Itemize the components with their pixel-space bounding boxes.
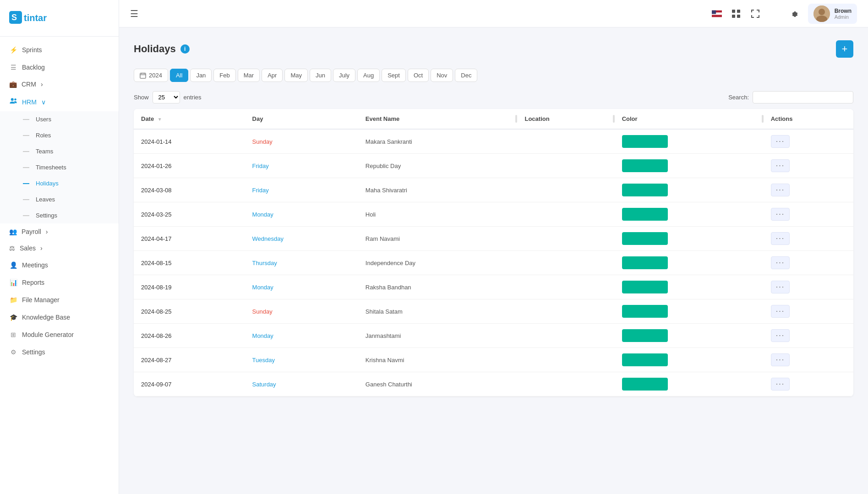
- year-picker[interactable]: 2024: [134, 69, 168, 82]
- table-row: 2024-01-14 Sunday Makara Sankranti ···: [134, 129, 853, 154]
- color-cell: [615, 178, 764, 202]
- sidebar-item-file-manager[interactable]: 📁 File Manager: [0, 291, 119, 309]
- hamburger-menu-icon[interactable]: ☰: [130, 8, 138, 19]
- location-cell: [517, 372, 614, 396]
- dash-icon: [23, 135, 29, 136]
- date-cell: 2024-01-26: [134, 154, 245, 178]
- sidebar-logo: S tintar: [0, 0, 119, 37]
- language-flag-icon[interactable]: [712, 9, 722, 19]
- sidebar-item-reports[interactable]: 📊 Reports: [0, 274, 119, 291]
- sidebar-item-label: Sales: [20, 244, 36, 252]
- sidebar-item-label: Backlog: [22, 64, 45, 71]
- actions-button[interactable]: ···: [771, 232, 790, 245]
- color-cell: [615, 324, 764, 348]
- sidebar-item-label: Sprints: [22, 46, 42, 54]
- month-btn-may[interactable]: May: [284, 69, 308, 82]
- actions-button[interactable]: ···: [771, 281, 790, 293]
- sidebar-item-backlog[interactable]: ☰ Backlog: [0, 59, 119, 76]
- entries-select[interactable]: 25 50 100: [153, 91, 180, 103]
- sidebar-item-leaves[interactable]: Leaves: [14, 191, 119, 207]
- month-btn-sept[interactable]: Sept: [382, 69, 406, 82]
- sidebar-item-sprints[interactable]: ⚡ Sprints: [0, 41, 119, 59]
- month-btn-july[interactable]: July: [333, 69, 355, 82]
- col-actions: Actions: [764, 109, 853, 129]
- sidebar-item-settings[interactable]: ⚙ Settings: [0, 343, 119, 361]
- search-area: Search:: [728, 91, 853, 103]
- month-btn-mar[interactable]: Mar: [238, 69, 260, 82]
- month-btn-jan[interactable]: Jan: [190, 69, 212, 82]
- table-row: 2024-03-08 Friday Maha Shivaratri ···: [134, 178, 853, 202]
- sidebar-item-teams[interactable]: Teams: [14, 143, 119, 159]
- actions-button[interactable]: ···: [771, 208, 790, 221]
- sidebar-item-users[interactable]: Users: [14, 111, 119, 127]
- date-cell: 2024-03-25: [134, 202, 245, 227]
- date-cell: 2024-09-07: [134, 372, 245, 396]
- sidebar-item-hrm-settings[interactable]: Settings: [14, 207, 119, 223]
- month-btn-dec[interactable]: Dec: [455, 69, 477, 82]
- sidebar-item-knowledge-base[interactable]: 🎓 Knowledge Base: [0, 309, 119, 326]
- color-cell: [615, 154, 764, 178]
- actions-button[interactable]: ···: [771, 353, 790, 366]
- day-cell: Sunday: [245, 129, 358, 154]
- fullscreen-icon[interactable]: [750, 9, 760, 19]
- knowledge-icon: 🎓: [9, 313, 17, 321]
- payroll-icon: 👥: [9, 228, 17, 235]
- month-btn-jun[interactable]: Jun: [310, 69, 331, 82]
- color-cell: [615, 251, 764, 275]
- actions-button[interactable]: ···: [771, 378, 790, 391]
- sidebar-item-timesheets[interactable]: Timesheets: [14, 159, 119, 175]
- month-btn-apr[interactable]: Apr: [262, 69, 283, 82]
- sidebar-item-sales[interactable]: ⚖ Sales ›: [0, 240, 119, 256]
- event-name-cell: Ram Navami: [358, 227, 518, 251]
- dash-icon: [23, 167, 29, 168]
- user-profile-area[interactable]: Brown Admin: [808, 4, 857, 24]
- color-cell: [615, 348, 764, 372]
- page-content: Holidays i + 2024 All Jan Feb Mar Apr Ma…: [119, 27, 868, 494]
- month-btn-oct[interactable]: Oct: [408, 69, 429, 82]
- entries-label: entries: [184, 94, 202, 101]
- color-cell: [615, 129, 764, 154]
- sidebar-item-hrm[interactable]: HRM ∨: [0, 92, 119, 111]
- sidebar: S tintar ⚡ Sprints ☰ Backlog 💼 CRM › HRM…: [0, 0, 119, 494]
- actions-button[interactable]: ···: [771, 184, 790, 196]
- location-cell: [517, 324, 614, 348]
- actions-button[interactable]: ···: [771, 305, 790, 318]
- event-name-cell: Raksha Bandhan: [358, 275, 518, 299]
- actions-button[interactable]: ···: [771, 135, 790, 148]
- main-content: ☰: [119, 0, 868, 494]
- actions-cell: ···: [764, 129, 853, 154]
- show-entries: Show 25 50 100 entries: [134, 91, 202, 103]
- sidebar-item-meetings[interactable]: 👤 Meetings: [0, 256, 119, 274]
- actions-button[interactable]: ···: [771, 256, 790, 269]
- sidebar-item-module-generator[interactable]: ⊞ Module Generator: [0, 326, 119, 343]
- day-cell: Wednesday: [245, 227, 358, 251]
- actions-button[interactable]: ···: [771, 329, 790, 342]
- actions-cell: ···: [764, 202, 853, 227]
- sidebar-item-holidays[interactable]: Holidays: [14, 175, 119, 191]
- actions-cell: ···: [764, 372, 853, 396]
- month-btn-aug[interactable]: Aug: [357, 69, 380, 82]
- actions-cell: ···: [764, 299, 853, 324]
- month-btn-all[interactable]: All: [170, 69, 188, 82]
- event-name-cell: Maha Shivaratri: [358, 178, 518, 202]
- info-icon[interactable]: i: [180, 44, 190, 54]
- add-holiday-button[interactable]: +: [836, 40, 853, 58]
- user-name: Brown Admin: [835, 8, 852, 20]
- table-row: 2024-08-26 Monday Janmashtami ···: [134, 324, 853, 348]
- event-name-cell: Krishna Navmi: [358, 348, 518, 372]
- color-cell: [615, 227, 764, 251]
- search-input[interactable]: [753, 91, 853, 103]
- grid-icon[interactable]: [731, 9, 741, 19]
- actions-cell: ···: [764, 227, 853, 251]
- settings-topbar-icon[interactable]: [789, 9, 799, 19]
- sidebar-item-roles[interactable]: Roles: [14, 127, 119, 143]
- sidebar-item-label: Meetings: [22, 261, 48, 269]
- sidebar-item-payroll[interactable]: 👥 Payroll ›: [0, 223, 119, 240]
- sidebar-item-crm[interactable]: 💼 CRM ›: [0, 76, 119, 92]
- month-btn-feb[interactable]: Feb: [213, 69, 235, 82]
- topbar: ☰: [119, 0, 868, 27]
- dark-mode-icon[interactable]: [770, 9, 780, 19]
- month-btn-nov[interactable]: Nov: [431, 69, 453, 82]
- day-cell: Thursday: [245, 251, 358, 275]
- actions-button[interactable]: ···: [771, 159, 790, 172]
